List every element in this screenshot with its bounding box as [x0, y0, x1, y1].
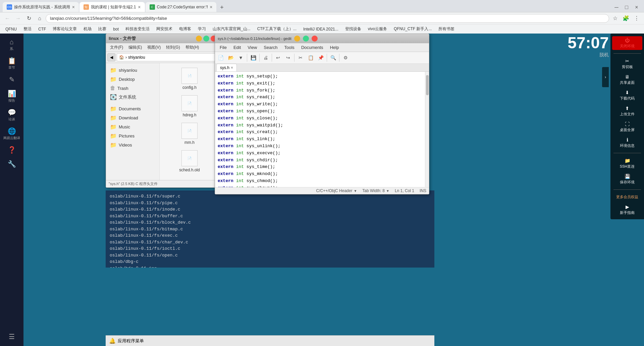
- breadcrumb-shiyanlou[interactable]: shiyanlou: [128, 55, 145, 60]
- fm-item-desktop[interactable]: 📁 Desktop: [107, 75, 158, 84]
- bookmark-tech[interactable]: 科技改变生活: [123, 25, 152, 33]
- fm-menu-goto[interactable]: 转到(G): [163, 44, 182, 51]
- gedit-menu-view[interactable]: View: [244, 44, 260, 51]
- tab-close-1[interactable]: ×: [72, 4, 75, 10]
- new-tab-button[interactable]: +: [217, 3, 226, 12]
- gedit-minimize-button[interactable]: [294, 36, 300, 42]
- beginner-guide-button[interactable]: ▶ 新手指南: [612, 203, 642, 217]
- bookmark-2[interactable]: 整活: [21, 25, 34, 33]
- gedit-new-button[interactable]: 📄: [216, 53, 225, 62]
- fm-item-documents[interactable]: 📁 Documents: [107, 104, 158, 113]
- fm-item-filesystem[interactable]: 💽 文件系统: [107, 93, 158, 102]
- fm-menu-edit[interactable]: 编辑(E): [126, 44, 145, 51]
- bookmark-blog[interactable]: 博客论坛文章: [50, 25, 79, 33]
- gedit-tab-close-sysh[interactable]: ×: [231, 65, 233, 70]
- left-item-help[interactable]: ❓: [0, 144, 23, 157]
- left-item-translate[interactable]: 🌐 网易云翻译: [0, 125, 23, 142]
- fm-menu-help[interactable]: 帮助(H): [183, 44, 202, 51]
- gedit-undo-button[interactable]: ↩: [273, 53, 283, 62]
- fm-file-sched[interactable]: 📄 sched.h.old: [176, 149, 203, 174]
- ssh-connect-button[interactable]: 📁 SSH直连: [612, 157, 642, 170]
- fm-item-videos[interactable]: 📁 Videos: [107, 140, 158, 150]
- fm-maximize-button[interactable]: [203, 36, 209, 42]
- gedit-tab-sysh[interactable]: sys.h ×: [216, 64, 237, 71]
- gedit-menu-file[interactable]: File: [216, 44, 230, 51]
- gedit-language-section[interactable]: C/C++/ObjC Header ▼: [316, 188, 357, 193]
- bookmark-bot[interactable]: bot: [110, 26, 121, 32]
- tab-close-2[interactable]: ×: [138, 4, 141, 10]
- tab-2[interactable]: 知 我的课程 | 知新学生端2.1 ×: [79, 2, 145, 12]
- fm-file-mm[interactable]: 📄 mm.h: [176, 121, 203, 146]
- env-info-button[interactable]: ℹ 环境信息: [612, 136, 642, 150]
- gedit-save-button[interactable]: 💾: [249, 53, 258, 62]
- gedit-close-button[interactable]: [312, 36, 318, 42]
- sidebar-collapse-button[interactable]: ›: [602, 67, 609, 87]
- gedit-code-content[interactable]: extern int sys_setup(); extern int sys_e…: [215, 72, 425, 187]
- gedit-tabwidth-section[interactable]: Tab Width: 8 ▼: [362, 188, 389, 193]
- left-item-report[interactable]: 📊 报告: [0, 88, 23, 105]
- maximize-browser-button[interactable]: □: [622, 3, 631, 12]
- tab-1[interactable]: OS 操作系统原理与实践 - 系统调用 ×: [3, 2, 79, 12]
- gedit-print-button[interactable]: 🖨: [261, 53, 270, 62]
- fm-menu-file[interactable]: 文件(F): [107, 44, 126, 51]
- gedit-menu-search[interactable]: Search: [260, 44, 281, 51]
- fm-menu-view[interactable]: 视图(V): [145, 44, 163, 51]
- gedit-scrollbar-thumb[interactable]: [426, 75, 429, 95]
- clipboard-button[interactable]: ✂ 剪切板: [612, 57, 642, 71]
- gedit-menu-tools[interactable]: Tools: [281, 44, 298, 51]
- gedit-menu-documents[interactable]: Documents: [298, 44, 327, 51]
- tab-close-3[interactable]: ×: [210, 4, 212, 10]
- fm-item-download[interactable]: 📁 Download: [107, 113, 158, 122]
- gedit-open-dropdown[interactable]: ▼: [236, 53, 246, 62]
- gedit-menu-help[interactable]: Help: [327, 44, 342, 51]
- fullscreen-button[interactable]: ⛶ 桌面全屏: [612, 120, 642, 134]
- bookmark-study[interactable]: 学习: [195, 25, 209, 33]
- bookmark-button[interactable]: ☆: [610, 14, 620, 23]
- more-vip-button[interactable]: 更多会员权益: [612, 193, 642, 201]
- fm-file-config[interactable]: 📄 config.h: [176, 66, 203, 91]
- bookmark-all[interactable]: 所有书签: [436, 25, 457, 33]
- gedit-maximize-button[interactable]: [303, 36, 309, 42]
- share-desktop-button[interactable]: 🖥 共享桌面: [612, 73, 642, 86]
- fm-file-hdreg[interactable]: 📄 hdreg.h: [176, 94, 203, 119]
- close-env-button[interactable]: ⏻ 关闭环境: [612, 36, 642, 50]
- forward-button[interactable]: →: [13, 14, 23, 23]
- save-env-button[interactable]: 💾 保存环境: [612, 172, 642, 186]
- gedit-menu-edit[interactable]: Edit: [230, 44, 244, 51]
- fm-item-trash[interactable]: 🗑 Trash: [107, 84, 158, 93]
- gedit-open-button[interactable]: 📂: [226, 53, 235, 62]
- extensions-button[interactable]: 🧩: [621, 14, 631, 23]
- left-item-chapters[interactable]: 📋 章节: [0, 55, 23, 72]
- bookmark-vivo[interactable]: vivo云服务: [365, 25, 390, 33]
- fm-minimize-button[interactable]: [196, 36, 202, 42]
- gedit-cut-button[interactable]: ✂: [296, 53, 305, 62]
- bookmark-security[interactable]: 网安技术: [154, 25, 175, 33]
- bookmark-airport[interactable]: 机场: [81, 25, 94, 33]
- terminal-window[interactable]: oslab/linux-0.11/fs/super.c oslab/linux-…: [106, 190, 434, 268]
- close-browser-button[interactable]: ×: [632, 3, 641, 12]
- reload-button[interactable]: ↻: [24, 14, 34, 23]
- back-button[interactable]: ←: [3, 14, 12, 23]
- tab-3[interactable]: C Code:27:CodeSyntax error:'f ×: [146, 2, 217, 12]
- gedit-tools-button[interactable]: ⚙: [341, 53, 350, 62]
- left-item-settings[interactable]: 🔧: [0, 158, 23, 171]
- left-item-notes[interactable]: ✎: [0, 73, 23, 86]
- fm-back-button[interactable]: ◀: [107, 53, 115, 61]
- gedit-redo-button[interactable]: ↪: [283, 53, 293, 62]
- fm-item-pictures[interactable]: 📁 Pictures: [107, 131, 158, 140]
- bookmark-blog2[interactable]: 电博客: [176, 25, 194, 33]
- left-item-menu-bottom[interactable]: ☰: [0, 331, 23, 343]
- bookmark-qfnu[interactable]: QFNU: [3, 26, 19, 32]
- left-item-forum[interactable]: 💬 论谈: [0, 106, 23, 124]
- bookmark-qfnu-ctf[interactable]: QFNU_CTF 新手入...: [391, 25, 434, 33]
- gedit-find-button[interactable]: 🔍: [328, 53, 338, 62]
- bookmark-idea[interactable]: IntelliJ IDEA 2021...: [301, 26, 341, 32]
- bookmark-contest[interactable]: 比赛: [96, 25, 109, 33]
- gedit-scrollbar[interactable]: [425, 72, 429, 187]
- app-menu-bar[interactable]: 🔔 应用程序菜单: [106, 335, 434, 346]
- bookmark-car[interactable]: 山东汽车震官网_山...: [210, 25, 253, 33]
- minimize-browser-button[interactable]: ─: [612, 3, 621, 12]
- home-button[interactable]: ⌂: [35, 14, 44, 23]
- fm-item-music[interactable]: 📁 Music: [107, 122, 158, 131]
- bookmark-find-device[interactable]: 登找设备: [342, 25, 364, 33]
